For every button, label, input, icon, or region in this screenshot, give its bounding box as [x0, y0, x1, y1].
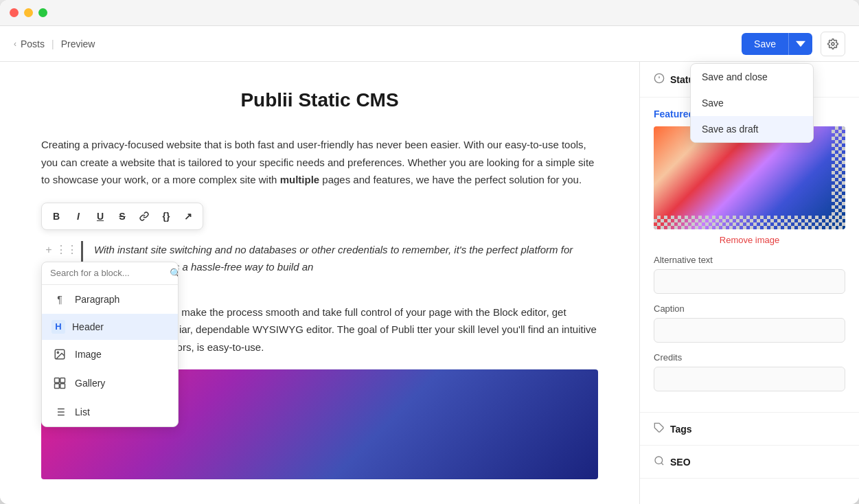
save-button-group: Save — [742, 33, 812, 55]
tags-section: Tags — [640, 413, 859, 446]
header-icon: H — [51, 320, 65, 334]
seo-label: SEO — [670, 457, 691, 468]
topbar: ‹ Posts | Preview Save Save and close Sa… — [0, 26, 859, 62]
svg-point-2 — [57, 352, 58, 353]
close-button[interactable] — [10, 8, 19, 17]
caption-field-group: Caption — [654, 303, 845, 352]
featured-image-section: Featured image Remove image Alternative … — [640, 98, 859, 413]
search-icon — [654, 455, 665, 468]
traffic-lights — [10, 8, 47, 17]
code-format-button[interactable]: {} — [156, 206, 176, 227]
tags-section-header[interactable]: Tags — [654, 422, 845, 435]
bold-format-button[interactable]: B — [46, 206, 67, 227]
save-dropdown-button[interactable] — [788, 33, 812, 55]
add-block-button[interactable]: + — [41, 242, 56, 257]
app-window: ‹ Posts | Preview Save Save and close Sa… — [0, 0, 859, 504]
post-title[interactable]: Publii Static CMS — [41, 89, 598, 111]
block-search-dropdown: 🔍 ¶ Paragraph H Header — [41, 262, 179, 427]
drag-block-button[interactable]: ⋮⋮ — [59, 242, 74, 257]
back-chevron-icon: ‹ — [14, 39, 16, 49]
save-as-draft-menu-item[interactable]: Save as draft — [691, 116, 813, 142]
seo-section-header[interactable]: SEO — [654, 455, 845, 468]
svg-rect-4 — [60, 378, 65, 382]
block-item-label: Header — [72, 321, 104, 332]
block-controls: + ⋮⋮ — [41, 242, 74, 257]
svg-rect-5 — [55, 383, 60, 388]
alt-text-input[interactable] — [654, 269, 845, 294]
credits-field-group: Credits — [654, 352, 845, 401]
save-menu-item[interactable]: Save — [691, 90, 813, 116]
topbar-actions: Save Save and close Save Save as draft — [742, 32, 845, 56]
paragraph-1[interactable]: Creating a privacy-focused website that … — [41, 136, 598, 189]
separator: | — [51, 38, 54, 49]
posts-link[interactable]: Posts — [21, 38, 45, 49]
checkerboard-bottom — [654, 216, 845, 229]
expand-format-button[interactable]: ↗ — [178, 206, 198, 227]
gear-icon — [827, 38, 838, 49]
svg-rect-6 — [60, 383, 65, 388]
block-item-label: List — [75, 406, 90, 417]
save-and-close-menu-item[interactable]: Save and close — [691, 64, 813, 90]
breadcrumb: ‹ Posts | Preview — [14, 38, 95, 49]
format-toolbar: B I U S {} ↗ — [41, 203, 203, 230]
block-item-paragraph[interactable]: ¶ Paragraph — [42, 285, 178, 314]
save-main-button[interactable]: Save — [742, 33, 788, 55]
credits-label: Credits — [654, 352, 845, 363]
block-search-wrap: 🔍 — [42, 262, 178, 285]
block-item-label: Image — [75, 349, 102, 360]
tags-label: Tags — [670, 424, 692, 435]
seo-section: SEO — [640, 446, 859, 479]
link-format-button[interactable] — [134, 206, 154, 227]
paragraph-icon: ¶ — [51, 291, 68, 308]
link-icon — [139, 211, 149, 221]
italic-format-button[interactable]: I — [68, 206, 89, 227]
preview-link[interactable]: Preview — [61, 38, 95, 49]
alt-text-field-group: Alternative text — [654, 255, 845, 303]
checkerboard-right — [832, 126, 845, 229]
block-search-input[interactable] — [50, 268, 165, 278]
caption-label: Caption — [654, 303, 845, 314]
post-body: Creating a privacy-focused website that … — [41, 136, 598, 479]
save-dropdown-menu: Save and close Save Save as draft — [690, 63, 814, 143]
svg-point-0 — [832, 43, 834, 45]
chevron-down-icon — [796, 39, 805, 49]
underline-format-button[interactable]: U — [90, 206, 111, 227]
fullscreen-button[interactable] — [38, 8, 47, 17]
list-icon — [51, 404, 68, 420]
image-icon — [51, 346, 68, 363]
block-item-label: Paragraph — [75, 294, 119, 305]
settings-button[interactable] — [821, 32, 845, 56]
gallery-icon — [51, 375, 68, 391]
svg-rect-3 — [55, 378, 60, 382]
alt-text-label: Alternative text — [654, 255, 845, 265]
block-item-image[interactable]: Image — [42, 340, 178, 369]
tag-icon — [654, 422, 665, 435]
svg-point-17 — [655, 457, 663, 464]
editor[interactable]: Publii Static CMS Creating a privacy-foc… — [0, 62, 639, 504]
blockquote-section: + ⋮⋮ With instant site switching and no … — [41, 241, 598, 290]
titlebar — [0, 0, 859, 26]
credits-input[interactable] — [654, 367, 845, 391]
block-item-gallery[interactable]: Gallery — [42, 369, 178, 398]
caption-input[interactable] — [654, 318, 845, 343]
minimize-button[interactable] — [24, 8, 33, 17]
remove-image-link[interactable]: Remove image — [654, 235, 845, 245]
strikethrough-format-button[interactable]: S — [112, 206, 133, 227]
block-item-header[interactable]: H Header — [42, 314, 178, 340]
block-item-label: Gallery — [75, 378, 105, 389]
search-icon: 🔍 — [170, 268, 179, 279]
info-icon — [654, 73, 665, 86]
svg-line-18 — [661, 463, 663, 465]
block-item-list[interactable]: List — [42, 398, 178, 426]
